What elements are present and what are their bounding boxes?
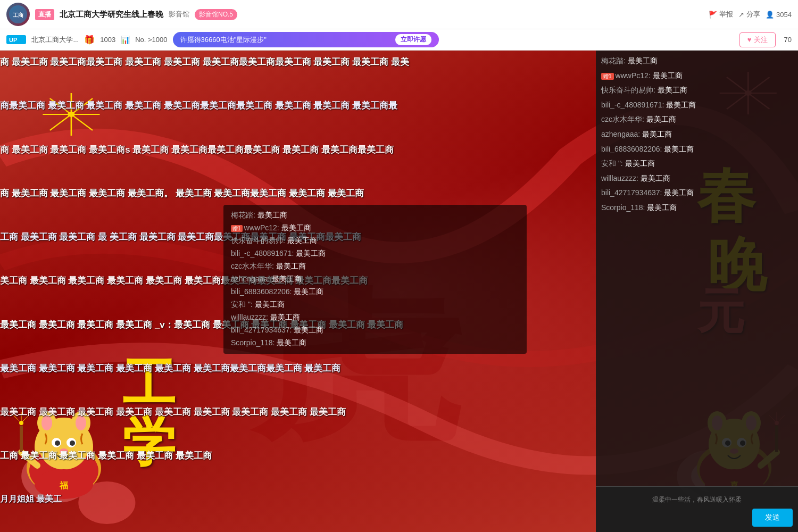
popup-message: bili_42717934637: 最美工商 — [223, 324, 527, 337]
heart-icon: ♥ — [747, 36, 752, 44]
popup-message: bili_-c_480891671: 最美工商 — [223, 247, 527, 260]
chat-placeholder: 温柔中一些活，春风送暖入怀柔 — [601, 492, 793, 509]
popup-message: 赠1wwwPc12: 最美工商 — [223, 222, 527, 235]
report-button[interactable]: 🚩 举报 — [709, 10, 733, 19]
chat-message: bili_42717934637: 最美工商 — [601, 188, 793, 198]
popup-comments-box: 梅花踏: 最美工商赠1wwwPc12: 最美工商快乐奋斗的易帅: 最美工商bil… — [223, 205, 527, 354]
chat-message: willlauzzzz: 最美工商 — [601, 173, 793, 184]
send-button[interactable]: 发送 — [752, 509, 793, 527]
chat-send-row: 发送 — [601, 509, 793, 527]
viewer-icon: 👤 — [766, 11, 774, 19]
venue-tag: 影音馆 — [169, 10, 189, 19]
svg-line-48 — [13, 415, 21, 423]
gift-count: 1003 — [100, 36, 115, 44]
gift-icon: 🎁 — [84, 35, 95, 45]
rank-icon: 📊 — [121, 36, 130, 44]
promo-button[interactable]: 立即许愿 — [395, 34, 431, 45]
popup-message: willlauzzzz: 最美工商 — [223, 311, 527, 324]
popup-message: 梅花踏: 最美工商 — [223, 209, 527, 222]
svg-point-39 — [70, 440, 75, 446]
channel-logo: 工商 — [6, 3, 30, 26]
popup-message: 安和 ": 最美工商 — [223, 298, 527, 311]
top-nav: 工商 直播 北京工商大学研究生线上春晚 影音馆 影音馆NO.5 🚩 举报 ↗ 分… — [0, 0, 798, 29]
share-icon: ↗ — [738, 11, 744, 19]
svg-point-38 — [55, 440, 60, 446]
svg-text:工商: 工商 — [13, 12, 23, 18]
chat-message: Scorpio_118: 最美工商 — [601, 203, 793, 213]
svg-point-40 — [60, 448, 68, 454]
chat-message: 梅花踏: 最美工商 — [601, 56, 793, 66]
promo-text: 许愿得36660电池"星际漫步" — [180, 35, 391, 45]
chat-panel: 梅花踏: 最美工商赠1wwwPc12: 最美工商快乐奋斗的易帅: 最美工商bil… — [596, 51, 798, 532]
chat-input-area: 温柔中一些活，春风送暖入怀柔 发送 — [596, 486, 798, 532]
popup-message: azhengaaa: 最美工商 — [223, 273, 527, 286]
follow-button[interactable]: ♥ 关注 — [739, 32, 776, 47]
svg-point-34 — [41, 415, 52, 430]
popup-message: czc水木年华: 最美工商 — [223, 260, 527, 273]
svg-text:福: 福 — [59, 480, 68, 490]
tiger-left: 福 — [11, 383, 117, 500]
svg-point-35 — [76, 415, 86, 430]
second-bar: UP 5 北京工商大学... 🎁 1003 📊 No. >1000 许愿得366… — [0, 29, 798, 51]
up-name: 北京工商大学... — [31, 35, 79, 45]
svg-line-47 — [21, 415, 29, 423]
report-icon: 🚩 — [709, 11, 717, 19]
popup-message: Scorpio_118: 最美工商 — [223, 337, 527, 350]
chat-message: azhengaaa: 最美工商 — [601, 129, 793, 140]
promo-bar: 许愿得36660电池"星际漫步" 立即许愿 — [173, 32, 439, 47]
stream-title: 北京工商大学研究生线上春晚 — [60, 10, 163, 20]
popup-message: 快乐奋斗的易帅: 最美工商 — [223, 235, 527, 247]
popup-message: bili_68836082206: 最美工商 — [223, 286, 527, 298]
chat-message: czc水木年华: 最美工商 — [601, 114, 793, 125]
viewer-count: 👤 3054 — [766, 11, 792, 19]
follow-count: 70 — [784, 36, 792, 44]
chat-message: bili_-c_480891671: 最美工商 — [601, 100, 793, 111]
share-button[interactable]: ↗ 分享 — [738, 10, 760, 19]
chat-message: 安和 ": 最美工商 — [601, 159, 793, 169]
chat-message: 快乐奋斗的易帅: 最美工商 — [601, 85, 793, 96]
live-badge: 直播 — [35, 9, 54, 20]
chat-messages: 梅花踏: 最美工商赠1wwwPc12: 最美工商快乐奋斗的易帅: 最美工商bil… — [596, 51, 798, 486]
chat-message: 赠1wwwPc12: 最美工商 — [601, 71, 793, 81]
main-area: 虎 — [0, 51, 798, 532]
up-badge: UP 5 — [6, 35, 26, 44]
rank-text: No. >1000 — [135, 36, 167, 44]
chat-message: bili_68836082206: 最美工商 — [601, 144, 793, 155]
venue-badge[interactable]: 影音馆NO.5 — [195, 9, 237, 20]
